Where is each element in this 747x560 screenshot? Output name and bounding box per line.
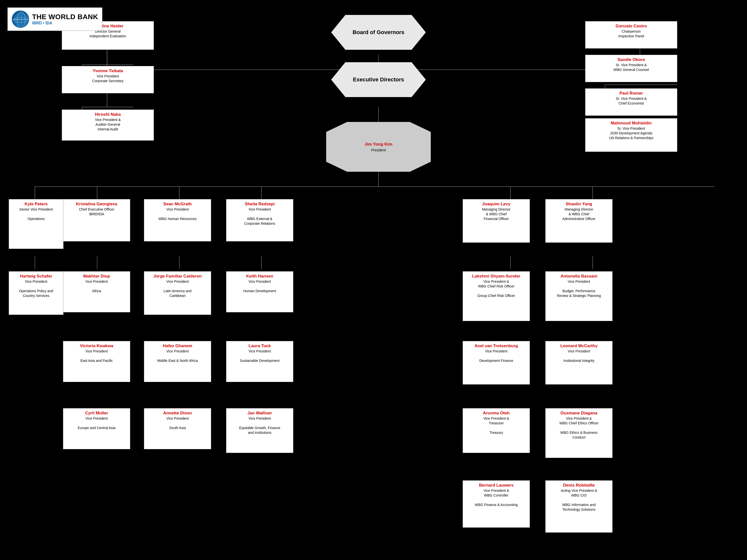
ousmane-name: Ousmane Diagana [548, 410, 610, 416]
president-title: President [371, 148, 386, 152]
antonella-box: Antonella Bassani Vice PresidentBudget, … [545, 271, 613, 321]
paul-box: Paul Romer Sr. Vice President &Chief Eco… [585, 88, 677, 116]
hafez-title: Vice PresidentMiddle East & North Africa [147, 349, 208, 363]
annette-box: Annette Dixon Vice PresidentSouth Asia [144, 408, 211, 449]
sean-title: Vice PresidentWBG Human Resources [147, 207, 208, 221]
leonard-name: Leonard McCarthy [548, 343, 610, 349]
logo-globe [12, 10, 29, 28]
jorge-title: Vice PresidentLatin America andCaribbean [147, 279, 208, 298]
yvonne-name: Yvonne Tsikata [65, 68, 151, 74]
logo: THE WORLD BANK IBRD • IDA [7, 7, 102, 31]
hiroshi-title: Vice President &Auditor-GeneralInternal … [65, 117, 151, 132]
paul-title: Sr. Vice President &Chief Economist [588, 96, 674, 106]
hartwig-title: Vice PresidentOperations Policy andCount… [11, 279, 61, 298]
sheila-box: Sheila Redzepi Vice PresidentWBG Externa… [226, 199, 293, 241]
joaquim-name: Joaquim Levy [465, 202, 527, 207]
sean-box: Sean McGrath Vice PresidentWBG Human Res… [144, 199, 211, 241]
denis-title: Acting Vice President &WBG CIOWBG Inform… [548, 488, 610, 512]
yvonne-box: Yvonne Tsikata Vice PresidentCorporate S… [62, 66, 154, 93]
arunma-name: Arunma Oteh [465, 410, 527, 416]
keith-title: Vice PresidentHuman Development [229, 279, 290, 293]
leonard-title: Vice PresidentInstitutional Integrity [548, 349, 610, 363]
board-of-governors: Board of Governors [331, 15, 426, 50]
shaolin-title: Managing Director& WBG ChiefAdministrati… [548, 207, 610, 221]
yvonne-title: Vice PresidentCorporate Secretary [65, 74, 151, 83]
hafez-box: Hafez Ghanem Vice PresidentMiddle East &… [144, 341, 211, 382]
president-name: Jim Yong Kim [364, 142, 392, 147]
kyle-box: Kyle Peters Senior Vice PresidentOperati… [9, 199, 63, 249]
paul-name: Paul Romer [588, 90, 674, 96]
president-box: Jim Yong Kim President [326, 122, 431, 172]
logo-name: THE WORLD BANK [32, 13, 98, 21]
bernard-title: Vice President &WBG ControllerWBG Financ… [465, 488, 527, 507]
victoria-name: Victoria Kwakwa [66, 343, 128, 349]
sheila-name: Sheila Redzepi [229, 202, 290, 207]
laura-name: Laura Tuck [229, 343, 290, 349]
sean-name: Sean McGrath [147, 202, 208, 207]
keith-box: Keith Hansen Vice PresidentHuman Develop… [226, 271, 293, 312]
makhtar-title: Vice PresidentAfrica [66, 279, 128, 293]
axel-box: Axel van Trotsenburg Vice PresidentDevel… [463, 341, 530, 384]
sandie-name: Sandie Okoro [588, 57, 674, 63]
kyle-title: Senior Vice PresidentOperations [11, 207, 61, 221]
mahmoud-title: Sr. Vice President2030 Development Agend… [588, 126, 674, 140]
jan-name: Jan Walliser [229, 410, 290, 416]
kristalina-title: Chief Executive OfficerIBRD/IDA [66, 207, 128, 216]
hafez-name: Hafez Ghanem [147, 343, 208, 349]
shaolin-box: Shaolin Yang Managing Director& WBG Chie… [545, 199, 613, 243]
cyril-title: Vice PresidentEurope and Central Asia [66, 416, 128, 430]
laura-title: Vice PresidentSustainable Development [229, 349, 290, 363]
joaquim-title: Managing Director& WBG ChiefFinancial Of… [465, 207, 527, 221]
shaolin-name: Shaolin Yang [548, 202, 610, 207]
leonard-box: Leonard McCarthy Vice PresidentInstituti… [545, 341, 613, 384]
makhtar-box: Makhtar Diop Vice PresidentAfrica [63, 271, 130, 312]
lakshmi-name: Lakshmi Shyam-Sunder [465, 273, 527, 279]
hiroshi-box: Hiroshi Naka Vice President &Auditor-Gen… [62, 109, 154, 141]
kristalina-box: Kristalina Georgieva Chief Executive Off… [63, 199, 130, 241]
bernard-name: Bernard Lauwers [465, 483, 527, 488]
kristalina-name: Kristalina Georgieva [66, 202, 128, 207]
cyril-name: Cyril Muller [66, 410, 128, 416]
jan-box: Jan Walliser Vice PresidentEquitable Gro… [226, 408, 293, 453]
cyril-box: Cyril Muller Vice PresidentEurope and Ce… [63, 408, 130, 449]
makhtar-name: Makhtar Diop [66, 273, 128, 279]
hartwig-box: Hartwig Schafer Vice PresidentOperations… [9, 271, 63, 315]
gonzalo-box: Gonzalo Castro ChairpersonInspection Pan… [585, 21, 677, 49]
gonzalo-title: ChairpersonInspection Panel [588, 29, 674, 38]
sandie-title: Sr. Vice President &WBG General Counsel [588, 63, 674, 72]
mahmoud-box: Mahmoud Mohieldin Sr. Vice President2030… [585, 118, 677, 152]
antonella-title: Vice PresidentBudget, PerformanceReview … [548, 279, 610, 298]
ousmane-box: Ousmane Diagana Vice President &WBG Chie… [545, 408, 613, 458]
annette-name: Annette Dixon [147, 410, 208, 416]
gonzalo-name: Gonzalo Castro [588, 23, 674, 29]
axel-name: Axel van Trotsenburg [465, 343, 527, 349]
hartwig-name: Hartwig Schafer [11, 273, 61, 279]
jorge-box: Jorge Familiar Calderon Vice PresidentLa… [144, 271, 211, 315]
kyle-name: Kyle Peters [11, 202, 61, 207]
executive-directors: Executive Directors [331, 62, 426, 97]
antonella-name: Antonella Bassani [548, 273, 610, 279]
joaquim-box: Joaquim Levy Managing Director& WBG Chie… [463, 199, 530, 243]
lakshmi-title: Vice President &WBG Chief Risk OfficerGr… [465, 279, 527, 298]
sheila-title: Vice PresidentWBG External &Corporate Re… [229, 207, 290, 226]
lakshmi-box: Lakshmi Shyam-Sunder Vice President &WBG… [463, 271, 530, 321]
mahmoud-name: Mahmoud Mohieldin [588, 121, 674, 126]
axel-title: Vice PresidentDevelopment Finance [465, 349, 527, 363]
denis-name: Denis Robitaille [548, 483, 610, 488]
hiroshi-name: Hiroshi Naka [65, 112, 151, 117]
arunma-title: Vice President &TreasurerTreasury [465, 416, 527, 435]
ousmane-title: Vice President &WBG Chief Ethics Officer… [548, 416, 610, 439]
victoria-title: Vice PresidentEast Asia and Pacific [66, 349, 128, 363]
denis-box: Denis Robitaille Acting Vice President &… [545, 480, 613, 533]
sandie-box: Sandie Okoro Sr. Vice President &WBG Gen… [585, 55, 677, 82]
keith-name: Keith Hansen [229, 273, 290, 279]
jan-title: Vice PresidentEquitable Growth, Financea… [229, 416, 290, 435]
arunma-box: Arunma Oteh Vice President &TreasurerTre… [463, 408, 530, 453]
annette-title: Vice PresidentSouth Asia [147, 416, 208, 430]
logo-sub: IBRD • IDA [32, 21, 98, 25]
jorge-name: Jorge Familiar Calderon [147, 273, 208, 279]
bernard-box: Bernard Lauwers Vice President &WBG Cont… [463, 480, 530, 528]
victoria-box: Victoria Kwakwa Vice PresidentEast Asia … [63, 341, 130, 382]
org-chart: { "logo": { "line1": "THE WORLD BANK", "… [0, 0, 747, 560]
laura-box: Laura Tuck Vice PresidentSustainable Dev… [226, 341, 293, 382]
